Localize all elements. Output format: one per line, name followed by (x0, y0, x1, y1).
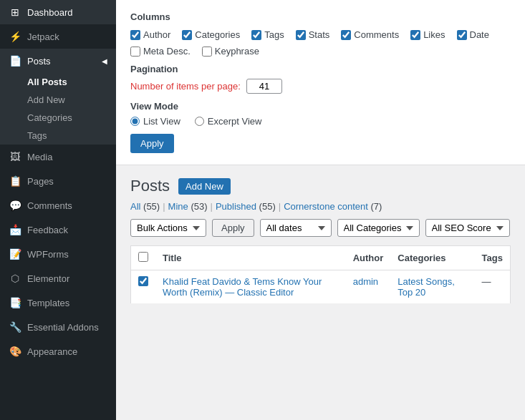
sidebar-item-essential-addons[interactable]: 🔧 Essential Addons (0, 315, 116, 339)
list-view-option[interactable]: List View (130, 116, 180, 127)
sep-1: | (163, 201, 165, 212)
column-comments-label: Comments (354, 29, 399, 40)
sidebar-label-jetpack: Jetpack (27, 31, 59, 42)
posts-submenu: All Posts Add New Categories Tags (0, 73, 116, 145)
sidebar-label-essential-addons: Essential Addons (27, 322, 99, 333)
posts-section: Posts Add New All (55) | Mine (53) | Pub… (116, 165, 525, 304)
essential-addons-icon: 🔧 (9, 321, 21, 333)
column-comments-checkbox[interactable] (341, 30, 351, 40)
column-likes[interactable]: Likes (410, 29, 445, 40)
row-author-cell: admin (346, 270, 391, 304)
categories-dropdown[interactable]: All Categories (337, 219, 420, 237)
filter-published[interactable]: Published (55) (216, 201, 276, 212)
sidebar-item-add-new[interactable]: Add New (0, 91, 116, 109)
sidebar-label-wpforms: WPForms (27, 249, 69, 260)
filter-cornerstone[interactable]: Cornerstone content (7) (284, 201, 382, 212)
column-author-checkbox[interactable] (130, 30, 140, 40)
posts-table: Title Author Categories Tags Khalid Feat… (130, 245, 511, 304)
sidebar-label-templates: Templates (27, 298, 69, 308)
sidebar-item-elementor[interactable]: ⬡ Elementor (0, 266, 116, 290)
column-date[interactable]: Date (457, 29, 489, 40)
all-posts-label: All Posts (27, 77, 67, 87)
pagination-label: Pagination (130, 64, 511, 74)
column-meta-desc-checkbox[interactable] (130, 47, 140, 57)
page-title: Posts (130, 177, 170, 195)
th-title: Title (155, 246, 346, 270)
add-new-button[interactable]: Add New (178, 178, 231, 195)
sidebar-item-jetpack[interactable]: ⚡ Jetpack (0, 24, 116, 49)
sidebar: ⊞ Dashboard ⚡ Jetpack 📄 Posts ◀ All Post… (0, 0, 116, 420)
excerpt-view-radio[interactable] (195, 117, 204, 126)
templates-icon: 📑 (9, 296, 21, 309)
categories-label: Categories (27, 112, 72, 123)
dashboard-icon: ⊞ (9, 6, 21, 19)
sep-2: | (211, 201, 213, 212)
column-likes-checkbox[interactable] (410, 30, 420, 40)
column-likes-label: Likes (423, 29, 445, 40)
row-title-cell: Khalid Feat Davido & Tems Know Your Wort… (155, 270, 346, 304)
column-tags-checkbox[interactable] (251, 30, 261, 40)
sidebar-item-pages[interactable]: 📋 Pages (0, 169, 116, 193)
sidebar-label-comments: Comments (27, 200, 72, 211)
select-all-checkbox[interactable] (138, 252, 148, 262)
screen-options-apply-button[interactable]: Apply (130, 134, 174, 153)
sidebar-item-posts[interactable]: 📄 Posts ◀ (0, 49, 116, 73)
comments-icon: 💬 (9, 199, 21, 212)
filter-mine[interactable]: Mine (53) (168, 201, 208, 212)
sidebar-label-posts: Posts (27, 56, 51, 67)
column-keyphrase-checkbox[interactable] (202, 47, 212, 57)
th-author: Author (346, 246, 391, 270)
sidebar-label-dashboard: Dashboard (27, 7, 73, 18)
th-checkbox (131, 246, 156, 270)
post-title-link[interactable]: Khalid Feat Davido & Tems Know Your Wort… (163, 276, 322, 298)
row-categories-cell: Latest Songs, Top 20 (390, 270, 474, 304)
sidebar-item-media[interactable]: 🖼 Media (0, 145, 116, 169)
column-date-checkbox[interactable] (457, 30, 467, 40)
tags-label: Tags (27, 130, 47, 141)
toolbar-apply-button[interactable]: Apply (212, 219, 254, 237)
column-author-label: Author (143, 29, 170, 40)
filter-all[interactable]: All (55) (130, 201, 160, 212)
seo-dropdown[interactable]: All SEO Score (425, 219, 510, 237)
post-author-link[interactable]: admin (353, 276, 378, 287)
excerpt-view-option[interactable]: Excerpt View (195, 116, 262, 127)
view-mode-section-label: View Mode (130, 101, 511, 112)
column-keyphrase[interactable]: Keyphrase (202, 46, 259, 57)
sidebar-item-templates[interactable]: 📑 Templates (0, 290, 116, 315)
column-author[interactable]: Author (130, 29, 170, 40)
sidebar-item-all-posts[interactable]: All Posts (0, 73, 116, 91)
jetpack-icon: ⚡ (9, 30, 21, 43)
sidebar-item-comments[interactable]: 💬 Comments (0, 193, 116, 218)
sidebar-item-categories[interactable]: Categories (0, 109, 116, 127)
columns-row: Author Categories Tags Stats Comments Li… (130, 29, 511, 40)
sidebar-item-dashboard[interactable]: ⊞ Dashboard (0, 0, 116, 24)
list-view-radio[interactable] (130, 117, 140, 126)
post-categories-link[interactable]: Latest Songs, Top 20 (398, 276, 455, 298)
filter-links: All (55) | Mine (53) | Published (55) | … (130, 201, 511, 212)
sidebar-item-feedback[interactable]: 📩 Feedback (0, 218, 116, 242)
sidebar-item-wpforms[interactable]: 📝 WPForms (0, 242, 116, 266)
column-tags[interactable]: Tags (251, 29, 284, 40)
view-mode-row: List View Excerpt View (130, 116, 511, 127)
sidebar-item-tags[interactable]: Tags (0, 127, 116, 145)
column-categories-checkbox[interactable] (182, 30, 192, 40)
column-comments[interactable]: Comments (341, 29, 399, 40)
th-categories: Categories (390, 246, 474, 270)
columns-title: Columns (130, 11, 511, 22)
column-stats-checkbox[interactable] (296, 30, 306, 40)
sidebar-item-appearance[interactable]: 🎨 Appearance (0, 339, 116, 363)
table-row: Khalid Feat Davido & Tems Know Your Wort… (131, 270, 511, 304)
column-stats[interactable]: Stats (296, 29, 330, 40)
row-checkbox[interactable] (138, 276, 148, 286)
dates-dropdown[interactable]: All dates (260, 219, 332, 237)
main-content: Columns Author Categories Tags Stats Com… (116, 0, 525, 420)
posts-header: Posts Add New (130, 177, 511, 195)
sidebar-label-feedback: Feedback (27, 225, 68, 235)
post-tags-value: — (482, 276, 491, 287)
elementor-icon: ⬡ (9, 272, 21, 285)
column-meta-desc[interactable]: Meta Desc. (130, 46, 191, 57)
pagination-input[interactable] (246, 79, 282, 94)
bulk-actions-dropdown[interactable]: Bulk Actions (130, 219, 206, 237)
add-new-label: Add New (27, 94, 65, 105)
column-categories[interactable]: Categories (182, 29, 240, 40)
